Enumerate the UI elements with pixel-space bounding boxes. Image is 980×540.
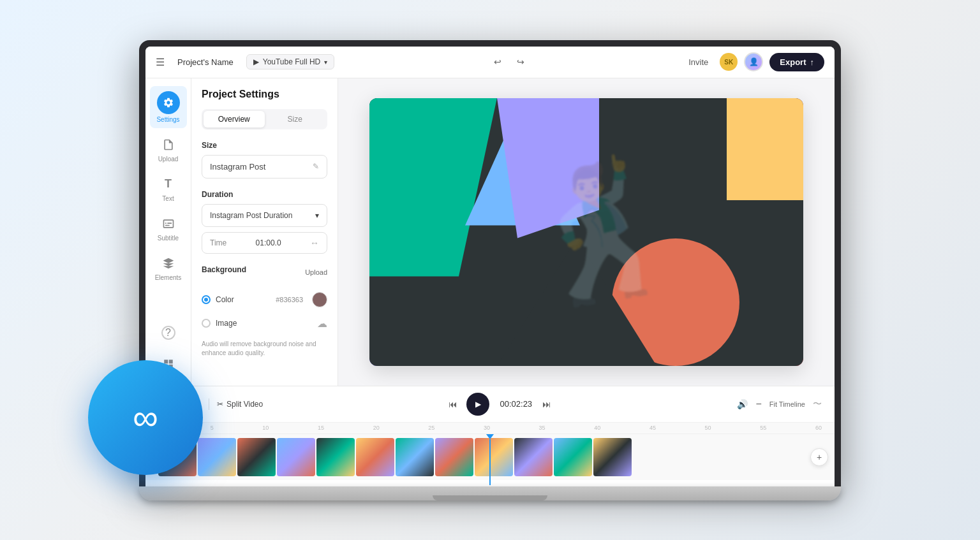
timeline-track[interactable]: + [145,434,835,480]
redo-button[interactable]: ↪ [512,53,530,71]
duration-section-label: Duration [202,190,327,199]
play-button[interactable]: ▶ [466,393,489,416]
undo-button[interactable]: ↩ [489,53,507,71]
color-hex: #836363 [276,296,303,303]
time-row: Time 01:00.0 ↔ [202,232,327,254]
top-bar: ☰ Project's Name ▶ YouTube Full HD ▾ ↩ ↪ [145,47,835,78]
timeline-thumb-10 [514,438,553,476]
panel-title: Project Settings [202,89,327,100]
sidebar-text-label: Text [162,195,174,202]
size-section-label: Size [202,141,327,150]
sidebar-settings-label: Settings [156,116,179,123]
dropdown-chevron-icon: ▾ [315,211,319,220]
ruler-35: 35 [539,425,546,431]
waveform-icon: 〜 [813,398,822,410]
top-bar-center: ↩ ↪ [489,53,530,71]
settings-panel: Project Settings Overview Size Size Inst… [191,78,338,386]
time-arrow-icon[interactable]: ↔ [310,238,319,248]
size-selector[interactable]: Instagram Post ✎ [202,155,327,179]
time-value: 01:00.0 [256,238,281,247]
timeline-thumb-8 [435,438,473,476]
ruler-45: 45 [650,425,656,431]
ruler-60: 60 [815,425,822,431]
fit-timeline-button[interactable]: Fit Timeline [769,400,805,408]
bg-upload-button[interactable]: Upload [305,268,327,276]
timeline-ruler: 0 5 10 15 20 25 30 35 40 45 50 [145,423,835,434]
volume-icon[interactable]: 🔊 [737,399,748,409]
color-option[interactable]: Color #836363 [202,287,327,312]
format-icon: ▶ [253,57,259,66]
split-video-button[interactable]: ✂ Split Video [217,400,263,409]
project-name[interactable]: Project's Name [172,55,239,69]
sidebar-item-elements[interactable]: Elements [150,249,187,286]
tab-group: Overview Size [202,109,327,129]
add-track-button[interactable]: + [810,448,828,466]
top-bar-left: ☰ Project's Name ▶ YouTube Full HD ▾ [156,54,334,69]
menu-icon[interactable]: ☰ [156,56,165,68]
image-option[interactable]: Image ☁ [202,312,327,335]
help-icon: ? [161,326,175,340]
settings-icon [157,91,180,114]
ruler-15: 15 [318,425,324,431]
color-swatch[interactable] [312,292,327,307]
split-video-label: Split Video [226,400,263,409]
image-radio[interactable] [202,319,211,328]
tab-overview[interactable]: Overview [204,111,265,128]
invite-button[interactable]: Invite [683,55,713,69]
sidebar-item-settings[interactable]: Settings [150,86,187,128]
duration-label: Instagram Post Duration [210,211,292,220]
forward-button[interactable]: ⏭ [542,399,551,409]
color-label: Color [216,295,271,304]
sidebar-item-subtitle[interactable]: Subtitle [150,210,187,247]
time-label: Time [210,238,226,247]
video-placeholder: 🕺 [369,98,803,366]
logo-symbol: ∞ [133,400,158,435]
user-avatar: 👤 [744,52,763,71]
timeline-area: 0 5 10 15 20 25 30 35 40 45 50 [145,423,835,486]
timeline-thumb-11 [554,438,592,476]
divider-1 [209,398,209,410]
timeline-thumb-9 [475,438,513,476]
timeline-thumb-7 [396,438,434,476]
export-button[interactable]: Export ↑ [769,53,824,71]
video-canvas: 🕺 [369,98,803,366]
minus-button[interactable]: − [755,398,761,410]
playback-right: 🔊 − Fit Timeline 〜 [737,398,822,410]
format-chevron-icon: ▾ [324,59,327,66]
timeline-thumb-2 [198,438,236,476]
timeline-thumb-4 [277,438,315,476]
color-radio[interactable] [202,295,211,304]
format-label: YouTube Full HD [263,57,321,66]
timeline-thumb-6 [356,438,394,476]
upload-icon [160,136,177,154]
playback-center: ⏮ ▶ 00:02:23 ⏭ [271,393,729,416]
rewind-button[interactable]: ⏮ [449,399,457,409]
sidebar-elements-label: Elements [155,274,182,281]
duration-dropdown[interactable]: Instagram Post Duration ▾ [202,204,327,227]
ruler-10: 10 [262,425,269,431]
image-label: Image [216,319,312,328]
cloud-upload-icon: ☁ [317,317,327,330]
sidebar-item-text[interactable]: T Text [150,170,187,207]
bottom-controls: + Add Media ✂ Split Video ⏮ ▶ 00:02:23 ⏭ [145,386,835,486]
background-header: Background Upload [202,265,327,279]
ruler-marks: 0 5 10 15 20 25 30 35 40 45 50 [158,425,822,431]
main-area: Settings Upload T Tex [145,78,835,386]
export-icon: ↑ [810,57,814,67]
user-badge: SK [720,53,738,71]
sidebar-item-upload[interactable]: Upload [150,131,187,168]
sidebar-item-help[interactable]: ? [150,321,187,345]
ruler-25: 25 [428,425,434,431]
sidebar-subtitle-label: Subtitle [158,235,179,242]
size-value: Instagram Post [210,162,265,171]
timeline-thumb-5 [316,438,355,476]
edit-icon: ✎ [313,162,319,171]
format-selector[interactable]: ▶ YouTube Full HD ▾ [246,54,335,69]
text-icon: T [160,175,177,193]
tab-size[interactable]: Size [265,111,326,128]
playback-bar: + Add Media ✂ Split Video ⏮ ▶ 00:02:23 ⏭ [145,386,835,423]
subtitle-icon [160,215,177,233]
background-label: Background [202,265,246,274]
scissors-icon: ✂ [217,400,223,409]
noise-text: Audio will remove background noise and e… [202,340,327,358]
